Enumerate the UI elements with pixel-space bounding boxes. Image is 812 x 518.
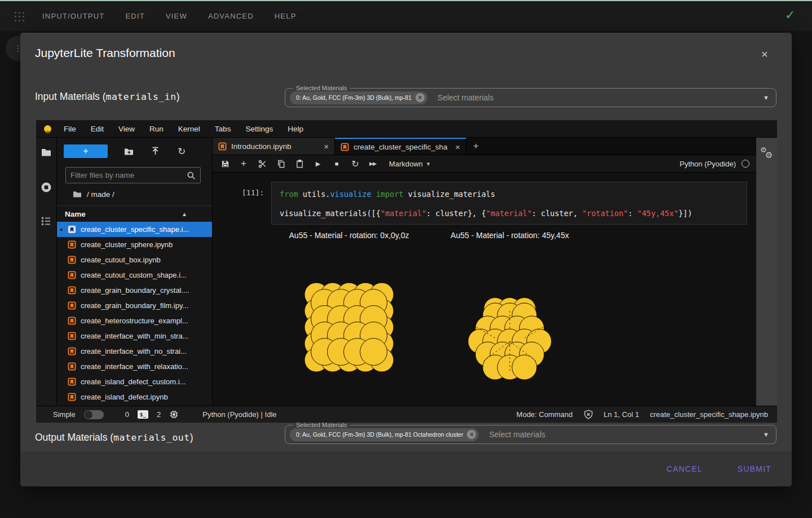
- restart-run-all-icon[interactable]: ▶▶: [369, 159, 376, 168]
- file-row[interactable]: create_interface_with_relaxatio...: [57, 359, 212, 374]
- interrupt-kernel-icon[interactable]: ■: [332, 159, 341, 168]
- cell-type-dropdown[interactable]: Markdown ▾: [389, 160, 430, 168]
- new-tab-button[interactable]: +: [466, 138, 486, 155]
- restart-kernel-icon[interactable]: ↻: [351, 159, 360, 168]
- upload-icon[interactable]: [149, 146, 161, 157]
- new-launcher-button[interactable]: +: [64, 144, 108, 158]
- chevron-down-icon[interactable]: ▼: [763, 94, 769, 101]
- add-cell-icon[interactable]: +: [239, 159, 248, 168]
- terminal-icon[interactable]: $_: [138, 410, 148, 419]
- jupyter-menu-file[interactable]: File: [56, 125, 83, 133]
- close-icon[interactable]: ×: [758, 47, 771, 61]
- notebook-file-icon: [68, 225, 76, 234]
- run-cell-icon[interactable]: ▶: [314, 159, 323, 168]
- file-list-header[interactable]: Name ▲: [57, 205, 212, 222]
- hidden-bond-dash: [474, 326, 495, 338]
- save-icon[interactable]: [220, 159, 230, 168]
- tab-close-icon[interactable]: ×: [324, 142, 329, 151]
- file-row[interactable]: ●create_cluster_specific_shape.i...: [57, 222, 212, 237]
- file-row[interactable]: create_island_defect.ipynb: [57, 389, 212, 405]
- tab-close-icon[interactable]: ×: [455, 142, 460, 152]
- atom-circle: [475, 342, 500, 367]
- atom-circle: [468, 329, 493, 354]
- notebook-file-icon: [68, 362, 76, 371]
- notebook-file-icon: [68, 317, 76, 325]
- atom-circle: [360, 289, 387, 317]
- cut-cells-icon[interactable]: [258, 159, 267, 168]
- jupyter-menu-kernel[interactable]: Kernel: [171, 125, 208, 133]
- input-materials-select[interactable]: Selected Materials 0: Au, Gold, FCC (Fm-…: [285, 85, 776, 112]
- jupyter-menu-settings[interactable]: Settings: [238, 125, 280, 133]
- file-browser-tab-icon[interactable]: [41, 147, 52, 158]
- simple-mode-toggle[interactable]: [84, 410, 104, 419]
- jupyter-menu-edit[interactable]: Edit: [83, 125, 111, 133]
- breadcrumb[interactable]: / made /: [73, 190, 114, 199]
- submit-button[interactable]: SUBMIT: [734, 464, 775, 474]
- output-materials-select[interactable]: Selected Materials 0: Au, Gold, FCC (Fm-…: [285, 422, 776, 449]
- refresh-icon[interactable]: ↻: [176, 146, 187, 157]
- table-of-contents-icon[interactable]: [41, 216, 52, 227]
- jupyter-menu-help[interactable]: Help: [280, 125, 311, 133]
- paste-cells-icon[interactable]: [295, 159, 304, 168]
- code-cell[interactable]: from utils.visualize import visualize_ma…: [271, 182, 747, 225]
- kernel-status-label[interactable]: Python (Pyodide) | Idle: [202, 410, 276, 419]
- file-name: create_interface_with_relaxatio...: [81, 362, 188, 371]
- file-row[interactable]: create_interface_with_no_strai...: [57, 344, 212, 359]
- tab-introduction-ipynb[interactable]: Introduction.ipynb×: [213, 138, 335, 155]
- material-chip[interactable]: 0: Au, Gold, FCC (Fm-3m) 3D (Bulk), mp-8…: [290, 428, 479, 441]
- kernel-chip-icon[interactable]: [169, 410, 179, 419]
- atom-circle: [304, 299, 328, 323]
- file-row[interactable]: create_heterostructure_exampl...: [57, 313, 212, 328]
- file-row[interactable]: create_cutout_custom_shape.i...: [57, 267, 212, 283]
- material-chip[interactable]: 0: Au, Gold, FCC (Fm-3m) 3D (Bulk), mp-8…: [290, 91, 427, 104]
- atom-circle: [328, 339, 355, 366]
- file-row[interactable]: create_cluster_sphere.ipynb: [57, 237, 212, 252]
- menubar-item-edit[interactable]: EDIT: [125, 12, 144, 20]
- settings-gears-icon[interactable]: ⚙ ⚙: [760, 146, 774, 159]
- jupyter-body: + ↻: [36, 138, 777, 406]
- kernel-status-icon[interactable]: [742, 160, 749, 168]
- menubar-item-help[interactable]: HELP: [275, 12, 297, 20]
- running-sessions-icon[interactable]: [41, 182, 52, 193]
- file-row[interactable]: create_island_defect_custom.i...: [57, 374, 212, 389]
- output-materials-label: Output Materials (materials_out): [35, 432, 193, 444]
- new-folder-icon[interactable]: [123, 146, 134, 157]
- file-row[interactable]: create_grain_boundary_crystal....: [57, 283, 212, 298]
- simple-mode-label: Simple: [53, 410, 76, 419]
- jupyter-menu-run[interactable]: Run: [142, 125, 171, 133]
- cursor-position-label[interactable]: Ln 1, Col 1: [604, 410, 639, 419]
- hidden-bond-dash: [484, 341, 510, 361]
- atom-circle: [337, 283, 361, 306]
- copy-cells-icon[interactable]: [276, 159, 285, 168]
- name-column-header: Name: [65, 210, 86, 218]
- material-chip-label: 0: Au, Gold, FCC (Fm-3m) 3D (Bulk), mp-8…: [296, 431, 463, 438]
- atom-circle: [344, 289, 371, 317]
- hidden-bond-dash: [524, 326, 546, 338]
- atom-circle: [337, 348, 361, 372]
- file-name: create_island_defect.ipynb: [81, 393, 168, 401]
- kernel-name-label[interactable]: Python (Pyodide): [679, 160, 736, 168]
- file-row[interactable]: create_grain_boundary_film.ipy...: [57, 298, 212, 313]
- file-row[interactable]: create_interface_with_min_stra...: [57, 328, 212, 344]
- file-row[interactable]: create_cutout_box.ipynb: [57, 252, 212, 267]
- menubar-item-advanced[interactable]: ADVANCED: [208, 12, 254, 20]
- jupyter-menu-view[interactable]: View: [111, 125, 142, 133]
- atom-circle: [512, 355, 537, 380]
- tab-create-cluster-specific-sha[interactable]: create_cluster_specific_sha×: [335, 138, 466, 155]
- atom-circle: [337, 315, 361, 339]
- trust-shield-icon[interactable]: [584, 410, 593, 419]
- app-grid-icon[interactable]: [14, 11, 25, 23]
- cancel-button[interactable]: CANCEL: [663, 464, 706, 474]
- chevron-down-icon[interactable]: ▼: [763, 431, 769, 438]
- command-mode-label[interactable]: Mode: Command: [517, 410, 573, 419]
- success-check-icon: ✓: [785, 8, 795, 23]
- filter-files-input[interactable]: [66, 171, 187, 179]
- menubar-item-view[interactable]: VIEW: [166, 12, 187, 20]
- jupyter-menu-tabs[interactable]: Tabs: [208, 125, 239, 133]
- transformation-dialog: JupyterLite Transformation × Input Mater…: [20, 33, 792, 486]
- menubar-item-input-output[interactable]: INPUT/OUTPUT: [42, 12, 104, 20]
- notebook-file-icon: [68, 271, 76, 279]
- chip-remove-icon[interactable]: ×: [416, 93, 425, 102]
- hidden-bond-dash: [510, 341, 536, 361]
- chip-remove-icon[interactable]: ×: [467, 430, 476, 439]
